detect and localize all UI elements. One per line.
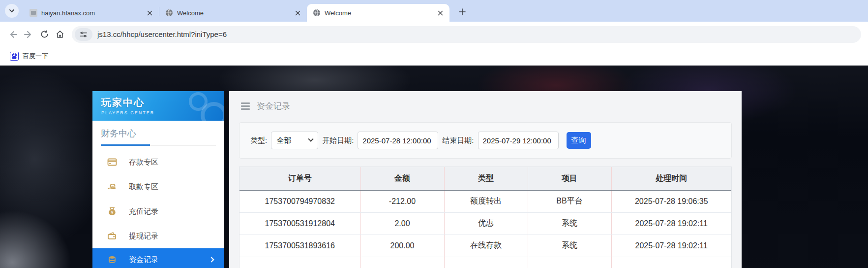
home-button[interactable] <box>52 27 68 42</box>
cell-project: 系统 <box>528 234 611 257</box>
end-date-label: 结束日期: <box>442 136 474 145</box>
panel-header: 资金记录 <box>229 91 742 121</box>
sidebar-item-deposit[interactable]: 存款专区 <box>92 150 224 174</box>
tab-close-button[interactable] <box>293 8 302 17</box>
cell-project: BB平台 <box>528 190 611 212</box>
cell-process-time: 2025-07-28 19:02:11 <box>611 234 731 257</box>
forward-arrow-icon <box>25 32 30 37</box>
forward-button[interactable] <box>21 27 36 42</box>
back-arrow-icon <box>11 32 17 37</box>
page-title: 资金记录 <box>257 100 290 112</box>
tab-close-button[interactable] <box>436 8 445 17</box>
hand-coins-icon <box>107 182 117 192</box>
type-select-value: 全部 <box>276 136 291 145</box>
col-process-time: 处理时间 <box>611 167 731 190</box>
sidebar-item-label: 充值记录 <box>129 207 158 216</box>
close-icon <box>295 10 300 16</box>
col-order-number: 订单号 <box>239 167 360 190</box>
tab-haiyan[interactable]: haiyan.hfanax.com <box>24 4 159 22</box>
cell-type: 在线存款 <box>444 234 528 257</box>
address-bar[interactable]: js13.cc/hhcp/usercenter.html?iniType=6 <box>72 26 861 43</box>
tab-search-button[interactable] <box>5 4 19 18</box>
cell-order-number: 1753700794970832 <box>239 190 360 212</box>
section-title-finance: 财务中心 <box>101 128 216 139</box>
baidu-paw-icon <box>10 52 19 61</box>
browser-window: haiyan.hfanax.com Welcome <box>0 0 868 268</box>
sidebar-item-fund-records[interactable]: 资金记录 <box>92 248 224 268</box>
section-underline <box>101 144 216 146</box>
money-bag-icon: ¥ <box>107 206 117 216</box>
fund-records-panel: 资金记录 类型: 全部 开始日期: 结束日期: 查询 <box>229 91 742 268</box>
table-row-partial <box>239 257 731 268</box>
bookmarks-bar: 百度一下 <box>0 47 868 66</box>
page-favicon <box>30 9 37 17</box>
type-label: 类型: <box>250 136 267 145</box>
tab-close-button[interactable] <box>145 8 154 17</box>
start-date-input[interactable] <box>358 132 438 149</box>
cell-amount: 200.00 <box>360 234 444 257</box>
bookmark-label: 百度一下 <box>23 52 48 61</box>
sidebar-banner: 玩家中心 PLAYERS CENTER <box>92 91 224 121</box>
sidebar-item-label: 资金记录 <box>129 255 158 265</box>
sidebar-item-label: 取款专区 <box>129 182 158 192</box>
cell-type: 优惠 <box>444 212 528 234</box>
site-settings-chip[interactable] <box>75 28 92 41</box>
plus-icon <box>459 8 466 15</box>
navigation-toolbar: js13.cc/hhcp/usercenter.html?iniType=6 <box>0 22 868 47</box>
wallet-icon <box>107 231 117 241</box>
bank-card-icon <box>107 157 117 167</box>
player-center-sidebar: 玩家中心 PLAYERS CENTER 财务中心 存款专区 <box>92 91 224 268</box>
cell-order-number: 1753700531912804 <box>239 212 360 234</box>
cell-order-number: 1753700531893616 <box>239 234 360 257</box>
tab-title: haiyan.hfanax.com <box>41 9 141 17</box>
start-date-label: 开始日期: <box>322 136 354 145</box>
end-date-input[interactable] <box>478 132 559 149</box>
records-table: 订单号 金额 类型 项目 处理时间 1753700794970832 -212.… <box>239 167 732 268</box>
close-icon <box>147 10 152 16</box>
chevron-right-icon <box>209 257 214 262</box>
col-amount: 金额 <box>360 167 444 190</box>
col-project: 项目 <box>528 167 611 190</box>
tab-welcome-1[interactable]: Welcome <box>159 4 307 22</box>
cell-amount: 2.00 <box>360 212 444 234</box>
chevron-down-icon <box>9 8 15 14</box>
close-icon <box>438 10 443 16</box>
reload-icon <box>40 30 49 39</box>
cell-type: 额度转出 <box>444 190 528 212</box>
tab-title: Welcome <box>325 9 432 17</box>
cell-amount: -212.00 <box>360 190 444 212</box>
type-select[interactable]: 全部 <box>271 132 318 149</box>
tune-icon <box>80 31 88 38</box>
tab-strip: haiyan.hfanax.com Welcome <box>0 0 868 22</box>
search-button[interactable]: 查询 <box>567 132 591 149</box>
sidebar-item-withdrawal-records[interactable]: 提现记录 <box>92 224 224 248</box>
coins-icon <box>107 255 117 265</box>
chevron-down-icon <box>308 136 314 142</box>
reload-button[interactable] <box>36 27 52 42</box>
table-row: 1753700531912804 2.00 优惠 系统 2025-07-28 1… <box>239 212 731 234</box>
cell-process-time: 2025-07-28 19:06:35 <box>611 190 731 212</box>
table-row: 1753700531893616 200.00 在线存款 系统 2025-07-… <box>239 234 731 257</box>
sidebar-item-withdraw[interactable]: 取款专区 <box>92 174 224 199</box>
new-tab-button[interactable] <box>455 5 469 19</box>
sidebar-item-label: 提现记录 <box>129 232 158 241</box>
filter-bar: 类型: 全部 开始日期: 结束日期: 查询 <box>239 122 732 159</box>
cell-process-time: 2025-07-28 19:02:11 <box>611 212 731 234</box>
home-icon <box>55 30 65 39</box>
bookmark-baidu[interactable]: 百度一下 <box>6 50 52 63</box>
globe-icon <box>165 9 173 17</box>
sidebar-item-recharge-records[interactable]: ¥ 充值记录 <box>92 199 224 224</box>
table-row: 1753700794970832 -212.00 额度转出 BB平台 2025-… <box>239 190 731 212</box>
url-text[interactable]: js13.cc/hhcp/usercenter.html?iniType=6 <box>97 30 227 38</box>
page-background: 玩家中心 PLAYERS CENTER 财务中心 存款专区 <box>0 66 868 268</box>
tab-title: Welcome <box>177 9 289 17</box>
sidebar-item-label: 存款专区 <box>129 158 158 167</box>
back-button[interactable] <box>5 27 21 42</box>
cell-project: 系统 <box>528 212 611 234</box>
sidebar-menu: 存款专区 取款专区 ¥ 充值记录 <box>92 150 224 268</box>
globe-icon <box>313 9 321 17</box>
underline-accent <box>101 144 150 146</box>
tab-welcome-2-active[interactable]: Welcome <box>307 4 449 22</box>
menu-toggle-icon[interactable] <box>241 102 250 110</box>
col-type: 类型 <box>444 167 528 190</box>
